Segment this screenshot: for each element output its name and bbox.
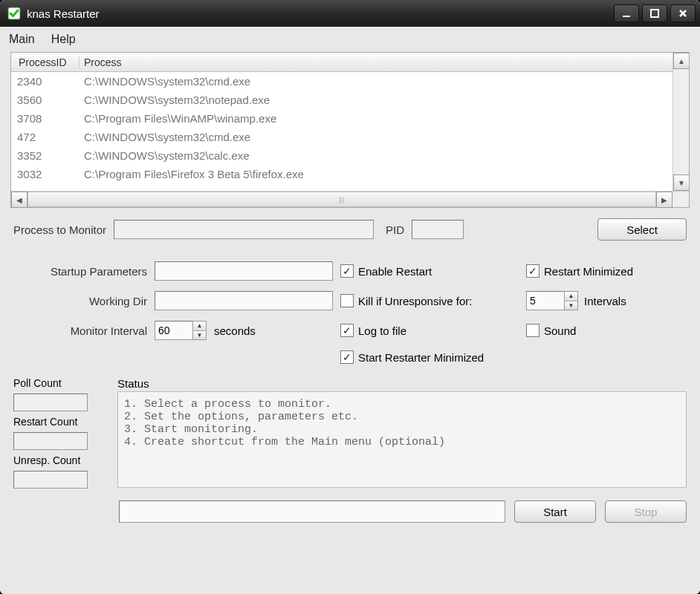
monitor-interval-spinner[interactable]: ▲▼ <box>155 321 207 340</box>
cell-path: C:\Program Files\Firefox 3 Beta 5\firefo… <box>80 168 673 180</box>
cell-pid: 2340 <box>11 75 80 88</box>
cell-path: C:\WINDOWS\system32\cmd.exe <box>80 75 673 88</box>
log-to-file-checkbox[interactable]: ✓ <box>340 324 354 337</box>
start-button[interactable]: Start <box>514 500 596 523</box>
label-intervals: Intervals <box>584 295 626 307</box>
status-text: 1. Select a process to monitor. 2. Set t… <box>117 391 687 488</box>
label-poll-count: Poll Count <box>13 377 110 389</box>
label-enable-restart: Enable Restart <box>358 265 432 278</box>
start-minimized-checkbox[interactable]: ✓ <box>340 350 354 364</box>
label-pid: PID <box>386 223 404 236</box>
label-restart-minimized: Restart Minimized <box>544 265 633 278</box>
list-header: ProcessID Process <box>11 53 673 72</box>
svg-rect-1 <box>623 16 630 17</box>
restart-count-display <box>13 432 88 450</box>
label-monitor-interval: Monitor Interval <box>13 324 155 337</box>
cell-pid: 3560 <box>11 94 80 106</box>
chevron-up-icon[interactable]: ▲ <box>565 292 577 301</box>
kill-intervals-input[interactable] <box>526 291 565 310</box>
unresp-count-display <box>13 471 88 489</box>
app-window: knas Restarter Main Help ProcessID Proce… <box>0 0 700 594</box>
label-process-to-monitor: Process to Monitor <box>13 223 106 236</box>
enable-restart-checkbox[interactable]: ✓ <box>340 264 354 278</box>
table-row[interactable]: 3352C:\WINDOWS\system32\calc.exe <box>11 146 673 165</box>
monitor-interval-input[interactable] <box>155 321 193 340</box>
label-log-to-file: Log to file <box>358 324 406 337</box>
label-unresp-count: Unresp. Count <box>13 454 110 466</box>
select-button[interactable]: Select <box>597 218 687 241</box>
label-status: Status <box>117 377 687 390</box>
startup-params-input[interactable] <box>155 261 333 281</box>
cell-path: C:\Program Files\WinAMP\winamp.exe <box>80 112 673 125</box>
cell-pid: 3708 <box>11 112 80 125</box>
cell-path: C:\WINDOWS\system32\cmd.exe <box>80 131 673 143</box>
menubar: Main Help <box>0 27 700 52</box>
svg-rect-2 <box>651 10 658 17</box>
label-sound: Sound <box>544 324 576 337</box>
scroll-track[interactable]: ||| <box>27 192 656 207</box>
col-header-process[interactable]: Process <box>80 56 673 68</box>
maximize-button[interactable] <box>642 4 667 22</box>
table-row[interactable]: 3032C:\Program Files\Firefox 3 Beta 5\fi… <box>11 165 673 183</box>
col-header-pid[interactable]: ProcessID <box>11 56 80 68</box>
label-startup-params: Startup Parameters <box>13 265 155 278</box>
chevron-down-icon[interactable]: ▼ <box>565 301 577 310</box>
chevron-up-icon[interactable]: ▲ <box>193 322 206 331</box>
horizontal-scrollbar[interactable]: ◀ ||| ▶ <box>11 191 689 207</box>
vertical-scrollbar[interactable]: ▲ ▼ <box>673 53 689 191</box>
pid-input[interactable] <box>412 220 464 239</box>
close-button[interactable] <box>670 4 696 22</box>
cell-path: C:\WINDOWS\system32\calc.exe <box>80 149 673 162</box>
table-row[interactable]: 2340C:\WINDOWS\system32\cmd.exe <box>11 72 673 91</box>
label-start-minimized: Start Restarter Minimized <box>358 351 484 364</box>
chevron-down-icon[interactable]: ▼ <box>193 331 206 340</box>
cell-pid: 3352 <box>11 149 80 162</box>
client-area: Main Help ProcessID Process 2340C:\WINDO… <box>0 27 700 594</box>
stop-button: Stop <box>605 500 687 523</box>
kill-unresponsive-checkbox[interactable] <box>340 294 354 307</box>
label-working-dir: Working Dir <box>13 295 155 307</box>
sound-checkbox[interactable] <box>526 324 539 337</box>
working-dir-input[interactable] <box>155 291 333 310</box>
restart-minimized-checkbox[interactable]: ✓ <box>526 264 539 278</box>
process-list[interactable]: ProcessID Process 2340C:\WINDOWS\system3… <box>10 52 690 208</box>
process-to-monitor-input[interactable] <box>114 220 374 239</box>
poll-count-display <box>13 394 88 411</box>
table-row[interactable]: 3560C:\WINDOWS\system32\notepad.exe <box>11 91 673 109</box>
table-row[interactable]: 472C:\WINDOWS\system32\cmd.exe <box>11 128 673 146</box>
kill-intervals-spinner[interactable]: ▲▼ <box>526 291 578 310</box>
label-restart-count: Restart Count <box>13 416 110 428</box>
footer-input[interactable] <box>119 500 505 523</box>
table-row[interactable]: 3708C:\Program Files\WinAMP\winamp.exe <box>11 109 673 128</box>
minimize-button[interactable] <box>614 4 639 22</box>
app-icon <box>7 7 21 20</box>
menu-help[interactable]: Help <box>51 33 76 46</box>
cell-pid: 472 <box>11 131 80 143</box>
scroll-down-icon[interactable]: ▼ <box>673 174 689 191</box>
titlebar: knas Restarter <box>0 0 700 27</box>
cell-pid: 3032 <box>11 168 80 180</box>
label-seconds: seconds <box>214 324 256 337</box>
scroll-left-icon[interactable]: ◀ <box>11 192 27 208</box>
scroll-up-icon[interactable]: ▲ <box>673 53 689 69</box>
label-kill-unresponsive: Kill if Unresponsive for: <box>358 295 472 307</box>
cell-path: C:\WINDOWS\system32\notepad.exe <box>80 94 673 106</box>
window-title: knas Restarter <box>27 7 614 20</box>
menu-main[interactable]: Main <box>9 33 35 46</box>
scroll-right-icon[interactable]: ▶ <box>656 192 673 208</box>
